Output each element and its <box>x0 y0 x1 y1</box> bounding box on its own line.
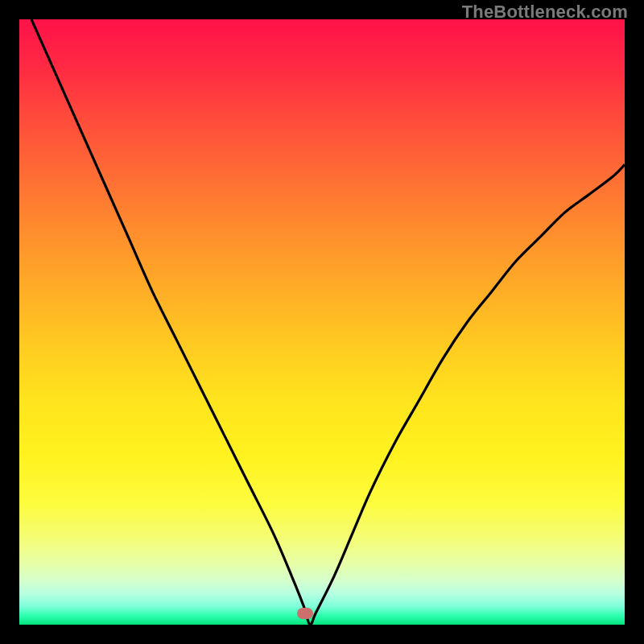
optimal-marker <box>297 608 313 619</box>
chart-frame: TheBottleneck.com <box>0 0 644 644</box>
curve-svg <box>19 19 625 625</box>
bottleneck-curve <box>31 19 625 625</box>
watermark-text: TheBottleneck.com <box>462 2 628 23</box>
plot-area <box>19 19 625 625</box>
